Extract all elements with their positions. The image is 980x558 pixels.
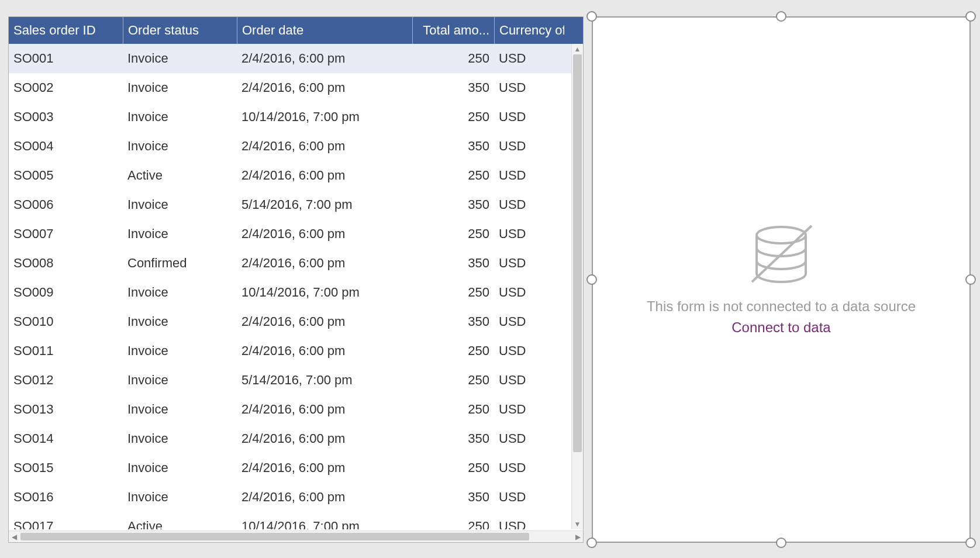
cell-sales-order-id: SO006 [9, 197, 123, 212]
cell-sales-order-id: SO015 [9, 460, 123, 476]
cell-order-date: 2/4/2016, 6:00 pm [237, 51, 412, 66]
header-total-amount[interactable]: Total amo... [412, 17, 494, 44]
table-row[interactable]: SO014Invoice2/4/2016, 6:00 pm350USD [9, 424, 583, 453]
resize-handle-ne[interactable] [965, 11, 976, 22]
table-row[interactable]: SO007Invoice2/4/2016, 6:00 pm250USD [9, 219, 583, 249]
resize-handle-n[interactable] [776, 11, 786, 22]
vertical-scrollbar[interactable]: ▲ ▼ [571, 44, 583, 529]
table-row[interactable]: SO012Invoice5/14/2016, 7:00 pm250USD [9, 366, 583, 395]
scroll-down-icon[interactable]: ▼ [572, 519, 583, 529]
table-row[interactable]: SO015Invoice2/4/2016, 6:00 pm250USD [9, 453, 583, 483]
cell-order-status: Active [123, 168, 237, 183]
cell-sales-order-id: SO014 [9, 431, 123, 446]
cell-total-amount: 250 [412, 460, 494, 476]
cell-currency: USD [494, 285, 564, 300]
cell-order-date: 2/4/2016, 6:00 pm [237, 460, 412, 476]
table-row[interactable]: SO013Invoice2/4/2016, 6:00 pm250USD [9, 395, 583, 424]
cell-currency: USD [494, 197, 564, 212]
cell-order-status: Invoice [123, 197, 237, 212]
scroll-left-icon[interactable]: ◀ [9, 531, 19, 542]
cell-currency: USD [494, 343, 564, 359]
cell-order-date: 2/4/2016, 6:00 pm [237, 256, 412, 271]
cell-order-status: Invoice [123, 490, 237, 505]
cell-currency: USD [494, 80, 564, 95]
cell-order-date: 10/14/2016, 7:00 pm [237, 519, 412, 529]
cell-currency: USD [494, 256, 564, 271]
cell-currency: USD [494, 431, 564, 446]
cell-order-status: Invoice [123, 314, 237, 329]
cell-order-status: Invoice [123, 431, 237, 446]
table-row[interactable]: SO008Confirmed2/4/2016, 6:00 pm350USD [9, 249, 583, 278]
cell-total-amount: 350 [412, 197, 494, 212]
cell-total-amount: 350 [412, 139, 494, 154]
cell-sales-order-id: SO003 [9, 109, 123, 125]
cell-order-date: 5/14/2016, 7:00 pm [237, 373, 412, 388]
table-row[interactable]: SO017Active10/14/2016, 7:00 pm250USD [9, 512, 583, 529]
cell-total-amount: 250 [412, 51, 494, 66]
resize-handle-sw[interactable] [586, 538, 597, 548]
resize-handle-nw[interactable] [586, 11, 597, 22]
sales-order-grid[interactable]: Sales order ID Order status Order date T… [8, 16, 584, 543]
cell-total-amount: 350 [412, 490, 494, 505]
cell-total-amount: 250 [412, 226, 494, 242]
cell-order-status: Invoice [123, 343, 237, 359]
cell-order-status: Confirmed [123, 256, 237, 271]
resize-handle-w[interactable] [586, 274, 597, 285]
cell-currency: USD [494, 226, 564, 242]
cell-total-amount: 350 [412, 314, 494, 329]
cell-total-amount: 250 [412, 373, 494, 388]
grid-header-row: Sales order ID Order status Order date T… [9, 17, 583, 44]
cell-order-date: 10/14/2016, 7:00 pm [237, 285, 412, 300]
resize-handle-se[interactable] [965, 538, 976, 548]
cell-currency: USD [494, 402, 564, 417]
cell-currency: USD [494, 168, 564, 183]
resize-handle-s[interactable] [776, 538, 786, 548]
cell-order-status: Invoice [123, 109, 237, 125]
connect-to-data-link[interactable]: Connect to data [731, 319, 830, 336]
cell-currency: USD [494, 51, 564, 66]
resize-handle-e[interactable] [965, 274, 976, 285]
horizontal-scroll-thumb[interactable] [20, 533, 529, 540]
table-row[interactable]: SO002Invoice2/4/2016, 6:00 pm350USD [9, 73, 583, 102]
header-order-date[interactable]: Order date [237, 17, 412, 44]
cell-order-date: 2/4/2016, 6:00 pm [237, 80, 412, 95]
cell-order-status: Invoice [123, 373, 237, 388]
table-row[interactable]: SO009Invoice10/14/2016, 7:00 pm250USD [9, 278, 583, 307]
cell-total-amount: 350 [412, 80, 494, 95]
header-currency[interactable]: Currency of T [494, 17, 564, 44]
cell-sales-order-id: SO007 [9, 226, 123, 242]
scroll-up-icon[interactable]: ▲ [572, 44, 583, 54]
cell-sales-order-id: SO005 [9, 168, 123, 183]
cell-total-amount: 250 [412, 402, 494, 417]
table-row[interactable]: SO016Invoice2/4/2016, 6:00 pm350USD [9, 483, 583, 512]
scroll-right-icon[interactable]: ▶ [572, 531, 583, 542]
svg-point-0 [757, 227, 806, 243]
cell-sales-order-id: SO008 [9, 256, 123, 271]
table-row[interactable]: SO003Invoice10/14/2016, 7:00 pm250USD [9, 102, 583, 132]
table-row[interactable]: SO005Active2/4/2016, 6:00 pm250USD [9, 161, 583, 190]
table-row[interactable]: SO010Invoice2/4/2016, 6:00 pm350USD [9, 307, 583, 336]
cell-order-status: Invoice [123, 285, 237, 300]
cell-order-date: 2/4/2016, 6:00 pm [237, 402, 412, 417]
cell-currency: USD [494, 373, 564, 388]
cell-sales-order-id: SO002 [9, 80, 123, 95]
database-icon [746, 223, 816, 288]
header-order-status[interactable]: Order status [123, 17, 237, 44]
cell-order-status: Invoice [123, 51, 237, 66]
horizontal-scrollbar[interactable]: ◀ ▶ [9, 531, 583, 542]
cell-order-status: Invoice [123, 139, 237, 154]
table-row[interactable]: SO011Invoice2/4/2016, 6:00 pm250USD [9, 336, 583, 366]
table-row[interactable]: SO006Invoice5/14/2016, 7:00 pm350USD [9, 190, 583, 219]
cell-order-date: 2/4/2016, 6:00 pm [237, 490, 412, 505]
cell-sales-order-id: SO010 [9, 314, 123, 329]
table-row[interactable]: SO004Invoice2/4/2016, 6:00 pm350USD [9, 132, 583, 161]
cell-order-status: Active [123, 519, 237, 529]
form-control[interactable]: This form is not connected to a data sou… [592, 16, 971, 543]
header-sales-order-id[interactable]: Sales order ID [9, 17, 123, 44]
cell-currency: USD [494, 519, 564, 529]
cell-sales-order-id: SO009 [9, 285, 123, 300]
cell-sales-order-id: SO004 [9, 139, 123, 154]
vertical-scroll-thumb[interactable] [573, 54, 582, 452]
cell-total-amount: 350 [412, 431, 494, 446]
table-row[interactable]: SO001Invoice2/4/2016, 6:00 pm250USD [9, 44, 583, 73]
